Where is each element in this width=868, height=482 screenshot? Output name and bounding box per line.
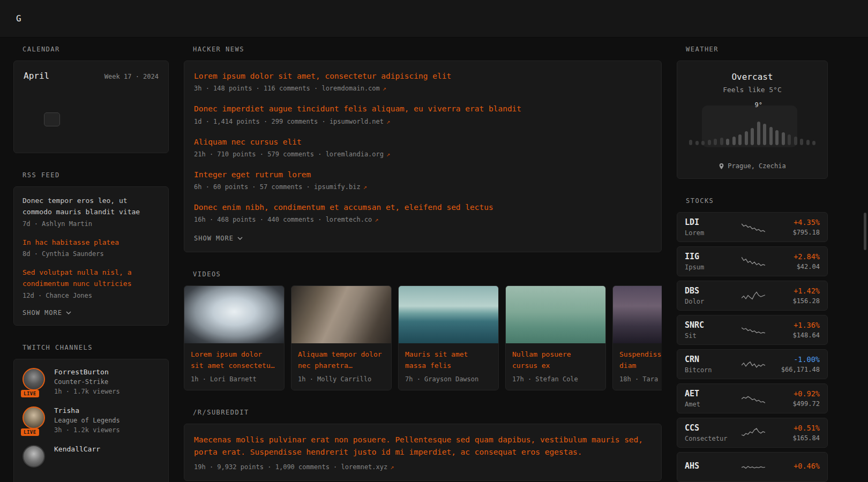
video-title[interactable]: Suspendisse diam — [613, 343, 662, 372]
news-stats: 6h · 60 points · 57 comments · — [194, 183, 314, 191]
rss-section: RSS FEED Donec tempor eros leo, ut commo… — [13, 171, 169, 326]
video-meta: 1h · Molly Carrillo — [291, 372, 391, 390]
rss-show-more-button[interactable]: SHOW MORE — [23, 309, 160, 317]
calendar-day[interactable] — [44, 95, 60, 109]
video-meta: 1h · Lori Barnett — [184, 372, 284, 390]
news-title[interactable]: Donec enim nibh, condimentum et accumsan… — [194, 202, 652, 213]
calendar-day[interactable] — [103, 112, 119, 126]
stock-price: $499.72 — [770, 400, 820, 408]
video-card[interactable]: Aliquam tempor dolor nec pharetra… 1h · … — [291, 285, 392, 390]
reddit-stats: 19h · 9,932 points · 1,090 comments · — [194, 463, 341, 471]
channel-name: Trisha — [54, 406, 120, 415]
app-logo[interactable]: G — [16, 0, 21, 37]
weather-bar — [732, 137, 736, 145]
stock-name: Bitcorn — [685, 366, 736, 374]
news-domain[interactable]: ipsumworld.net — [330, 118, 384, 125]
news-domain[interactable]: loremlandia.org — [326, 150, 384, 158]
rss-item-title[interactable]: In hac habitasse platea — [23, 237, 160, 248]
subreddit-section: /R/SUBREDDIT Maecenas mollis pulvinar er… — [184, 409, 662, 481]
calendar-day[interactable] — [103, 130, 119, 144]
video-title[interactable]: Nullam posuere cursus ex — [506, 343, 605, 372]
weather-bar — [720, 138, 723, 145]
rss-item-meta: 7d · Ashlyn Martin — [23, 220, 160, 228]
page-tab[interactable] — [78, 0, 99, 37]
calendar-day[interactable] — [83, 95, 99, 109]
stock-row[interactable]: SNRC Sit +1.36% $148.64 — [677, 315, 828, 345]
video-title[interactable]: Lorem ipsum dolor sit amet consectetu… — [184, 343, 284, 372]
calendar-month: April — [24, 71, 49, 81]
rss-item-title[interactable]: Donec tempor eros leo, ut commodo mauris… — [23, 195, 160, 218]
calendar-day[interactable] — [103, 95, 119, 109]
news-title[interactable]: Aliquam nec cursus elit — [194, 137, 652, 147]
twitch-channel[interactable]: LIVE Trisha League of Legends 3h · 1.2k … — [23, 406, 160, 434]
stock-name: Consectetur — [685, 435, 736, 442]
stock-row[interactable]: CRN Bitcorn -1.00% $66,171.48 — [677, 349, 828, 379]
video-card[interactable]: Suspendisse diam 18h · Tara — [612, 285, 662, 390]
video-thumbnail[interactable] — [184, 286, 284, 343]
scrollbar-thumb[interactable] — [864, 213, 866, 250]
weather-bar — [763, 124, 766, 145]
calendar-day[interactable] — [122, 112, 138, 126]
video-thumbnail[interactable] — [399, 286, 498, 343]
page-tab[interactable] — [99, 0, 119, 37]
rss-item-title[interactable]: Sed volutpat nulla nisl, a condimentum n… — [23, 267, 160, 290]
channel-game: League of Legends — [54, 417, 120, 424]
twitch-channel[interactable]: LIVE ForrestBurton Counter-Strike 1h · 1… — [23, 368, 160, 395]
news-title[interactable]: Integer eget rutrum lorem — [194, 169, 652, 180]
calendar-day[interactable] — [63, 130, 79, 144]
news-title[interactable]: Donec imperdiet augue tincidunt felis al… — [194, 103, 652, 114]
video-title[interactable]: Aliquam tempor dolor nec pharetra… — [291, 343, 391, 372]
page-tab[interactable] — [38, 0, 58, 37]
rss-item: Donec tempor eros leo, ut commodo mauris… — [23, 195, 160, 228]
calendar-day[interactable] — [24, 130, 40, 144]
video-card[interactable]: Nullam posuere cursus ex 17h · Stefan Co… — [505, 285, 606, 390]
news-title[interactable]: Lorem ipsum dolor sit amet, consectetur … — [194, 71, 652, 81]
stock-row[interactable]: LDI Lorem +4.35% $795.18 — [677, 212, 828, 242]
calendar-day[interactable] — [83, 130, 99, 144]
video-card[interactable]: Lorem ipsum dolor sit amet consectetu… 1… — [184, 285, 285, 390]
live-badge: LIVE — [21, 390, 39, 397]
calendar-day[interactable] — [142, 130, 158, 144]
calendar-day[interactable] — [44, 112, 60, 126]
calendar-day[interactable] — [122, 95, 138, 109]
calendar-day[interactable] — [83, 112, 99, 126]
stock-price: $795.18 — [770, 229, 820, 236]
calendar-day[interactable] — [44, 130, 60, 144]
weather-feels-like: Feels like 5°C — [686, 86, 819, 94]
video-thumbnail[interactable] — [506, 286, 605, 343]
stock-ticker: LDI — [685, 217, 736, 227]
calendar-day[interactable] — [63, 112, 79, 126]
page-tab[interactable] — [58, 0, 78, 37]
stock-row[interactable]: AHS +0.46% — [677, 452, 828, 482]
stock-sparkline — [742, 425, 765, 441]
weather-bar — [775, 130, 779, 145]
video-thumbnail[interactable] — [291, 286, 391, 343]
calendar-day[interactable] — [63, 95, 79, 109]
videos-row: Lorem ipsum dolor sit amet consectetu… 1… — [184, 285, 662, 390]
twitch-channel[interactable]: KendallCarr — [23, 445, 160, 468]
calendar-day[interactable] — [122, 130, 138, 144]
stock-change: +1.36% — [770, 321, 820, 329]
news-domain[interactable]: loremtech.co — [326, 216, 372, 223]
news-domain[interactable]: loremdomain.com — [321, 85, 379, 92]
news-meta: 3h · 148 points · 116 comments · loremdo… — [194, 85, 652, 92]
reddit-domain[interactable]: loremnet.xyz — [341, 463, 388, 471]
stock-row[interactable]: CCS Consectetur +0.51% $165.84 — [677, 418, 828, 448]
hackernews-show-more-button[interactable]: SHOW MORE — [194, 235, 652, 242]
video-title[interactable]: Mauris sit amet massa felis — [399, 343, 498, 372]
calendar-day[interactable] — [24, 95, 40, 109]
video-thumbnail[interactable] — [613, 286, 662, 343]
channel-name: ForrestBurton — [54, 368, 120, 376]
stock-row[interactable]: AET Amet +0.92% $499.72 — [677, 383, 828, 413]
stock-row[interactable]: DBS Dolor +1.42% $156.28 — [677, 281, 828, 311]
calendar-day[interactable] — [24, 112, 40, 126]
calendar-day[interactable] — [142, 112, 158, 126]
news-domain[interactable]: ipsumify.biz — [314, 183, 361, 191]
stock-row[interactable]: IIG Ipsum +2.84% $42.04 — [677, 246, 828, 276]
video-card[interactable]: Mauris sit amet massa felis 7h · Grayson… — [398, 285, 499, 390]
rss-card: Donec tempor eros leo, ut commodo mauris… — [13, 186, 169, 326]
weather-condition: Overcast — [686, 72, 819, 82]
weather-location: Prague, Czechia — [728, 162, 785, 170]
calendar-day[interactable] — [142, 95, 158, 109]
reddit-post-title[interactable]: Maecenas mollis pulvinar erat non posuer… — [194, 434, 652, 458]
